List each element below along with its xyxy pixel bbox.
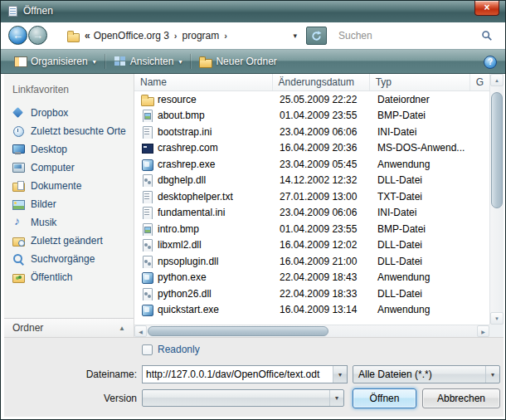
recent-places-icon	[12, 125, 26, 138]
views-button[interactable]: Ansichten ▾	[105, 51, 191, 71]
file-row[interactable]: python.exe 22.04.2009 18:43 Anwendung	[134, 270, 489, 286]
address-dropdown-caret[interactable]: ▾	[293, 32, 297, 40]
file-type: BMP-Datei	[372, 110, 473, 121]
sidebar-item-music[interactable]: Musik	[4, 213, 134, 232]
file-row[interactable]: crashrep.com 16.04.2009 20:36 MS-DOS-Anw…	[134, 140, 489, 157]
file-name: npsoplugin.dll	[158, 256, 218, 267]
breadcrumb-segment[interactable]: OpenOffice.org 3	[94, 30, 169, 42]
sidebar-item-searches[interactable]: Suchvorgänge	[4, 250, 134, 268]
dialog-footer: Readonly Dateiname: ▾ Alle Dateien (*.*)…	[4, 337, 504, 417]
chevron-down-icon: ▾	[93, 58, 96, 66]
vertical-scrollbar[interactable]: ▲ ▼	[489, 74, 504, 325]
file-row[interactable]: npsoplugin.dll 16.04.2009 21:00 DLL-Date…	[134, 253, 489, 270]
organize-button[interactable]: Organisieren ▾	[6, 51, 105, 71]
file-row[interactable]: libxml2.dll 16.04.2009 12:02 DLL-Datei	[134, 237, 489, 254]
sidebar-item-pictures[interactable]: Bilder	[4, 195, 134, 213]
search-input[interactable]	[338, 30, 481, 42]
refresh-icon	[311, 31, 322, 42]
folders-expander[interactable]: Ordner ▲	[4, 318, 134, 337]
sidebar-item-label: Dokumente	[31, 180, 81, 192]
msdos-app-icon	[140, 141, 154, 154]
sidebar-item-computer[interactable]: Computer	[4, 159, 134, 177]
public-icon	[12, 271, 26, 284]
dll-file-icon	[140, 287, 154, 300]
file-row[interactable]: fundamental.ini 23.04.2009 06:06 INI-Dat…	[134, 205, 489, 222]
file-date: 23.04.2009 05:45	[274, 159, 372, 170]
txt-file-icon	[140, 190, 154, 203]
sidebar-item-recent-places[interactable]: Zuletzt besuchte Orte	[4, 122, 134, 140]
file-date: 16.04.2009 13:14	[274, 304, 372, 315]
file-type: BMP-Datei	[372, 223, 473, 235]
file-row[interactable]: resource 25.05.2009 22:22 Dateiordner	[134, 91, 489, 108]
bmp-file-icon	[140, 222, 154, 236]
file-type: Anwendung	[372, 304, 473, 315]
file-type: DLL-Datei	[372, 288, 473, 300]
file-row[interactable]: bootstrap.ini 23.04.2009 06:06 INI-Datei	[134, 124, 489, 140]
sidebar-item-documents[interactable]: Dokumente	[4, 177, 134, 195]
sidebar-item-public[interactable]: Öffentlich	[4, 268, 134, 286]
scroll-right-button[interactable]: ▶	[477, 325, 489, 337]
pictures-icon	[12, 198, 26, 211]
column-header-type[interactable]: Typ	[370, 74, 470, 90]
sidebar-item-dropbox[interactable]: Dropbox	[4, 104, 134, 122]
breadcrumb[interactable]: « OpenOffice.org 3 › program › ▾	[62, 27, 303, 45]
file-row[interactable]: python26.dll 22.04.2009 18:33 DLL-Datei	[134, 286, 489, 302]
file-date: 16.04.2009 12:02	[274, 239, 372, 251]
file-name: python26.dll	[158, 288, 212, 300]
file-row[interactable]: about.bmp 01.04.2009 23:55 BMP-Datei	[134, 108, 489, 125]
sidebar-item-desktop[interactable]: Desktop	[4, 140, 134, 159]
scroll-down-button[interactable]: ▼	[490, 312, 504, 325]
filename-input[interactable]	[143, 366, 333, 383]
filename-combobox[interactable]: ▾	[142, 365, 348, 383]
filename-dropdown-button[interactable]: ▾	[333, 366, 347, 383]
sidebar-item-label: Suchvorgänge	[31, 253, 95, 265]
filename-label: Dateiname:	[4, 369, 137, 380]
breadcrumb-segment[interactable]: program	[182, 30, 220, 42]
column-header-name[interactable]: Name	[134, 74, 273, 90]
folder-icon	[66, 30, 80, 42]
file-date: 23.04.2009 06:06	[274, 126, 372, 138]
file-name: resource	[158, 94, 197, 105]
refresh-button[interactable]	[306, 27, 327, 45]
scroll-up-button[interactable]: ▲	[490, 74, 504, 86]
file-row[interactable]: intro.bmp 01.04.2009 23:55 BMP-Datei	[134, 221, 489, 237]
file-name: bootstrap.ini	[158, 126, 212, 138]
file-name: libxml2.dll	[158, 239, 202, 251]
file-name: python.exe	[158, 271, 207, 283]
file-date: 22.04.2009 18:43	[274, 271, 372, 283]
close-button[interactable]: ×	[474, 1, 499, 16]
readonly-checkbox[interactable]	[142, 344, 153, 355]
forward-button[interactable]: →	[28, 26, 47, 45]
file-row[interactable]: quickstart.exe 16.04.2009 13:14 Anwendun…	[134, 302, 489, 319]
search-box[interactable]	[333, 27, 498, 45]
sidebar-item-recently-changed[interactable]: Zuletzt geändert	[4, 232, 134, 250]
help-button[interactable]: ?	[484, 56, 497, 69]
readonly-label[interactable]: Readonly	[158, 344, 200, 355]
horizontal-scroll-thumb[interactable]	[148, 326, 328, 336]
new-folder-button[interactable]: Neuer Ordner	[191, 51, 285, 71]
filetype-value: Alle Dateien (*.*)	[353, 369, 485, 380]
column-header-date[interactable]: Änderungsdatum	[273, 74, 370, 90]
cancel-button[interactable]: Abbrechen	[422, 388, 500, 408]
dll-file-icon	[140, 255, 154, 268]
file-row[interactable]: desktophelper.txt 27.01.2009 13:00 TXT-D…	[134, 188, 489, 205]
breadcrumb-overflow-chevron[interactable]: «	[85, 30, 90, 42]
file-name: crashrep.exe	[158, 159, 215, 170]
file-date: 23.04.2009 06:06	[274, 207, 372, 218]
back-button[interactable]: ←	[8, 26, 27, 45]
horizontal-scrollbar[interactable]: ◀ ▶	[134, 325, 489, 337]
open-button[interactable]: Öffnen	[353, 388, 416, 408]
file-name: intro.bmp	[158, 223, 199, 235]
file-row[interactable]: crashrep.exe 23.04.2009 05:45 Anwendung	[134, 156, 489, 173]
column-header-size[interactable]: G	[470, 74, 489, 90]
file-date: 25.05.2009 22:22	[274, 94, 372, 105]
version-select[interactable]: ▾	[142, 389, 344, 407]
chevron-down-icon: ▾	[329, 390, 343, 406]
file-row[interactable]: dbghelp.dll 14.12.2002 12:32 DLL-Datei	[134, 173, 489, 189]
vertical-scroll-thumb[interactable]	[491, 92, 503, 208]
filetype-select[interactable]: Alle Dateien (*.*) ▾	[353, 365, 500, 383]
file-type: INI-Datei	[372, 126, 473, 138]
scroll-left-button[interactable]: ◀	[134, 325, 147, 337]
application-icon	[140, 271, 154, 284]
file-name: quickstart.exe	[158, 304, 219, 315]
